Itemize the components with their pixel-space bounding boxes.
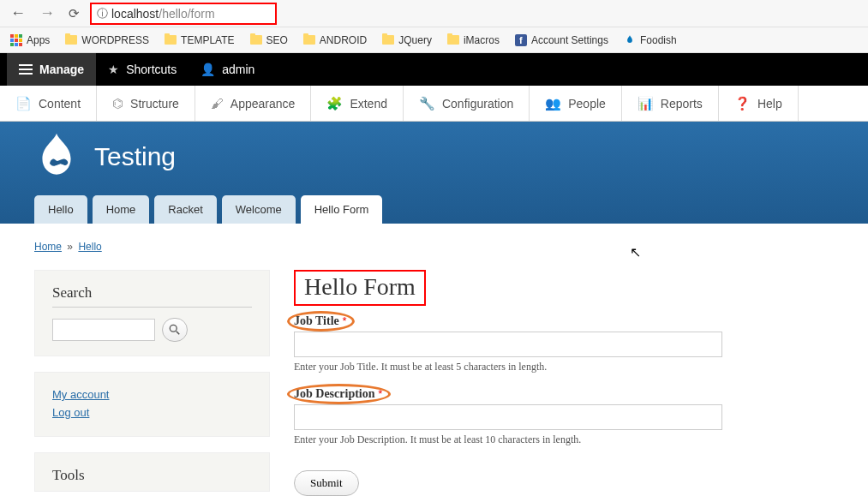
admin-menu-appearance[interactable]: 🖌Appearance (195, 86, 312, 121)
tab-racket[interactable]: Racket (154, 195, 216, 224)
svg-line-3 (177, 332, 180, 335)
log-out-link[interactable]: Log out (52, 404, 252, 422)
apps-label: Apps (27, 34, 50, 46)
search-block: Search (34, 270, 270, 356)
folder-icon (165, 35, 177, 45)
tools-block: Tools (34, 452, 270, 492)
forward-arrow-icon: → (36, 4, 58, 22)
sidebar: Search My account Log out Tools (34, 270, 270, 502)
required-marker: * (342, 314, 346, 327)
bookmark-jquery[interactable]: JQuery (382, 34, 432, 46)
site-name[interactable]: Testing (94, 142, 176, 171)
manage-label: Manage (39, 63, 84, 76)
svg-point-1 (61, 162, 63, 164)
bookmark-seo[interactable]: SEO (250, 34, 288, 46)
job-description-desc: Enter your Job Description. It must be a… (294, 433, 834, 446)
site-header: Testing Hello Home Racket Welcome Hello … (0, 122, 868, 224)
job-title-input[interactable] (294, 332, 722, 357)
admin-menu-configuration[interactable]: 🔧Configuration (404, 86, 530, 121)
facebook-icon: f (515, 34, 527, 46)
admin-menu-people[interactable]: 👥People (530, 86, 622, 121)
file-icon: 📄 (15, 96, 32, 111)
bookmarks-bar: Apps WORDPRESS TEMPLATE SEO ANDROID JQue… (0, 27, 868, 53)
breadcrumb: Home » Hello (34, 241, 834, 253)
bookmark-android[interactable]: ANDROID (303, 34, 367, 46)
search-block-title: Search (52, 284, 252, 308)
url-text: localhost/hello/form (111, 7, 215, 21)
folder-icon (382, 35, 394, 45)
user-block: My account Log out (34, 372, 270, 437)
search-icon (169, 324, 181, 336)
drupal-icon (624, 34, 636, 46)
brush-icon: 🖌 (211, 96, 224, 111)
puzzle-icon: 🧩 (326, 96, 343, 111)
url-host: localhost (111, 7, 159, 21)
apps-icon (10, 34, 22, 46)
shortcuts-label: Shortcuts (126, 63, 177, 76)
admin-menu-reports[interactable]: 📊Reports (622, 86, 719, 121)
info-icon: ⓘ (97, 6, 108, 21)
form-item-job-title: Job Title * Enter your Job Title. It mus… (294, 314, 834, 374)
admin-menu: 📄Content ⌬Structure 🖌Appearance 🧩Extend … (0, 86, 868, 122)
bookmark-wordpress[interactable]: WORDPRESS (65, 34, 149, 46)
form-item-job-description: Job Description * Enter your Job Descrip… (294, 387, 834, 446)
page-title: Hello Form (304, 273, 416, 301)
bookmark-account-settings[interactable]: fAccount Settings (515, 34, 608, 46)
content-wrap: Home » Hello Search My account Log out (0, 224, 868, 502)
apps-button[interactable]: Apps (10, 34, 50, 46)
job-title-label: Job Title (294, 314, 339, 327)
search-button[interactable] (162, 318, 188, 342)
back-arrow-icon[interactable]: ← (7, 4, 29, 22)
star-icon: ★ (108, 63, 119, 76)
admin-label: admin (222, 63, 254, 76)
tools-block-title: Tools (52, 467, 252, 484)
people-icon: 👥 (545, 96, 561, 111)
admin-menu-content[interactable]: 📄Content (0, 86, 97, 121)
bookmark-template[interactable]: TEMPLATE (165, 34, 234, 46)
breadcrumb-sep: » (64, 241, 75, 253)
manage-toggle[interactable]: Manage (7, 53, 96, 86)
tab-hello[interactable]: Hello (34, 195, 87, 224)
folder-icon (250, 35, 262, 45)
structure-icon: ⌬ (112, 96, 123, 111)
job-description-label: Job Description (294, 387, 375, 400)
folder-icon (447, 35, 459, 45)
reload-icon[interactable]: ⟳ (65, 6, 83, 21)
person-icon: 👤 (201, 63, 215, 76)
bookmark-foodish[interactable]: Foodish (624, 34, 677, 46)
breadcrumb-home[interactable]: Home (34, 241, 62, 253)
tab-welcome[interactable]: Welcome (222, 195, 296, 224)
browser-nav-bar: ← → ⟳ ⓘ localhost/hello/form (0, 0, 868, 27)
folder-icon (65, 35, 77, 45)
wrench-icon: 🔧 (419, 96, 435, 111)
bookmark-imacros[interactable]: iMacros (447, 34, 500, 46)
admin-menu-extend[interactable]: 🧩Extend (311, 86, 404, 121)
shortcuts-link[interactable]: ★ Shortcuts (96, 53, 189, 86)
svg-point-2 (170, 325, 177, 332)
drupal-logo-icon[interactable] (34, 132, 79, 182)
chart-icon: 📊 (638, 96, 654, 111)
branding: Testing (34, 132, 834, 195)
folder-icon (303, 35, 315, 45)
admin-toolbar: Manage ★ Shortcuts 👤 admin (0, 53, 868, 86)
search-input[interactable] (52, 319, 155, 341)
tab-home[interactable]: Home (93, 195, 150, 224)
url-bar[interactable]: ⓘ localhost/hello/form (90, 3, 277, 25)
submit-button[interactable]: Submit (294, 470, 359, 496)
hamburger-icon (19, 64, 33, 75)
url-path: /hello/form (159, 7, 214, 21)
breadcrumb-hello[interactable]: Hello (78, 241, 101, 253)
help-icon: ❓ (734, 96, 751, 111)
admin-user-link[interactable]: 👤 admin (189, 53, 266, 86)
admin-menu-help[interactable]: ❓Help (719, 86, 799, 121)
my-account-link[interactable]: My account (52, 386, 252, 404)
job-description-input[interactable] (294, 404, 722, 430)
required-marker: * (378, 387, 382, 400)
tab-hello-form[interactable]: Hello Form (301, 195, 383, 224)
svg-point-0 (50, 162, 51, 164)
primary-tabs: Hello Home Racket Welcome Hello Form (34, 195, 834, 224)
admin-menu-structure[interactable]: ⌬Structure (97, 86, 195, 121)
job-title-desc: Enter your Job Title. It must be at leas… (294, 361, 834, 374)
page-title-highlight: Hello Form (294, 270, 426, 306)
main-content: Hello Form Job Title * Enter your Job Ti… (294, 270, 834, 502)
